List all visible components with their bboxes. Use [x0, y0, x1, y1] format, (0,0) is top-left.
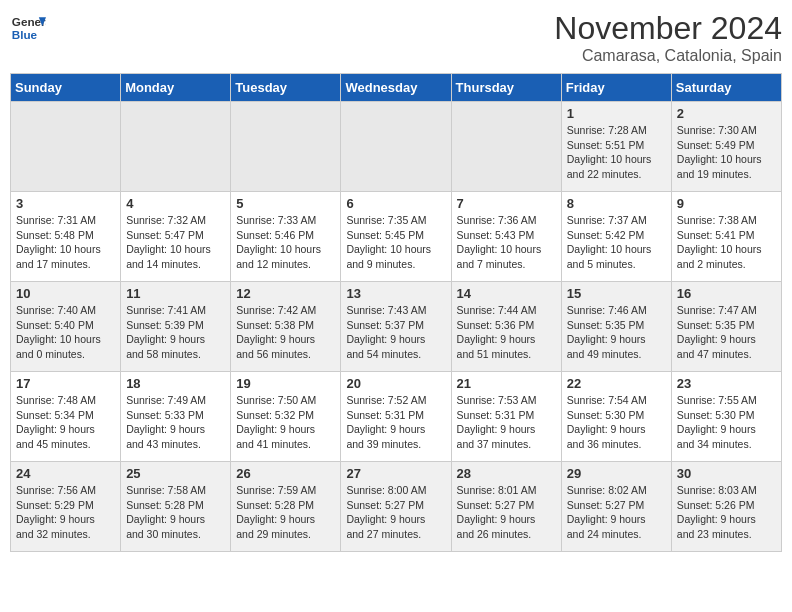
calendar-day-cell: 2Sunrise: 7:30 AM Sunset: 5:49 PM Daylig…	[671, 102, 781, 192]
calendar-week-row: 1Sunrise: 7:28 AM Sunset: 5:51 PM Daylig…	[11, 102, 782, 192]
day-number: 10	[16, 286, 115, 301]
day-number: 14	[457, 286, 556, 301]
weekday-header: Wednesday	[341, 74, 451, 102]
day-number: 25	[126, 466, 225, 481]
day-info: Sunrise: 7:43 AM Sunset: 5:37 PM Dayligh…	[346, 303, 445, 362]
day-info: Sunrise: 7:48 AM Sunset: 5:34 PM Dayligh…	[16, 393, 115, 452]
day-info: Sunrise: 8:00 AM Sunset: 5:27 PM Dayligh…	[346, 483, 445, 542]
day-number: 18	[126, 376, 225, 391]
day-number: 26	[236, 466, 335, 481]
day-info: Sunrise: 7:55 AM Sunset: 5:30 PM Dayligh…	[677, 393, 776, 452]
day-info: Sunrise: 7:50 AM Sunset: 5:32 PM Dayligh…	[236, 393, 335, 452]
svg-text:Blue: Blue	[12, 28, 38, 41]
calendar-day-cell	[341, 102, 451, 192]
day-info: Sunrise: 7:42 AM Sunset: 5:38 PM Dayligh…	[236, 303, 335, 362]
day-number: 20	[346, 376, 445, 391]
title-area: November 2024 Camarasa, Catalonia, Spain	[554, 10, 782, 65]
weekday-header: Thursday	[451, 74, 561, 102]
calendar-day-cell	[451, 102, 561, 192]
calendar-day-cell: 7Sunrise: 7:36 AM Sunset: 5:43 PM Daylig…	[451, 192, 561, 282]
day-number: 23	[677, 376, 776, 391]
day-info: Sunrise: 7:46 AM Sunset: 5:35 PM Dayligh…	[567, 303, 666, 362]
calendar-day-cell	[11, 102, 121, 192]
calendar-day-cell: 19Sunrise: 7:50 AM Sunset: 5:32 PM Dayli…	[231, 372, 341, 462]
calendar-day-cell	[231, 102, 341, 192]
day-number: 2	[677, 106, 776, 121]
day-info: Sunrise: 7:38 AM Sunset: 5:41 PM Dayligh…	[677, 213, 776, 272]
calendar-day-cell: 27Sunrise: 8:00 AM Sunset: 5:27 PM Dayli…	[341, 462, 451, 552]
day-info: Sunrise: 7:53 AM Sunset: 5:31 PM Dayligh…	[457, 393, 556, 452]
weekday-header-row: SundayMondayTuesdayWednesdayThursdayFrid…	[11, 74, 782, 102]
calendar-table: SundayMondayTuesdayWednesdayThursdayFrid…	[10, 73, 782, 552]
day-info: Sunrise: 7:58 AM Sunset: 5:28 PM Dayligh…	[126, 483, 225, 542]
day-number: 7	[457, 196, 556, 211]
calendar-day-cell: 21Sunrise: 7:53 AM Sunset: 5:31 PM Dayli…	[451, 372, 561, 462]
day-info: Sunrise: 7:28 AM Sunset: 5:51 PM Dayligh…	[567, 123, 666, 182]
day-info: Sunrise: 7:49 AM Sunset: 5:33 PM Dayligh…	[126, 393, 225, 452]
day-info: Sunrise: 7:47 AM Sunset: 5:35 PM Dayligh…	[677, 303, 776, 362]
calendar-day-cell: 18Sunrise: 7:49 AM Sunset: 5:33 PM Dayli…	[121, 372, 231, 462]
day-info: Sunrise: 7:41 AM Sunset: 5:39 PM Dayligh…	[126, 303, 225, 362]
calendar-day-cell: 13Sunrise: 7:43 AM Sunset: 5:37 PM Dayli…	[341, 282, 451, 372]
calendar-day-cell: 10Sunrise: 7:40 AM Sunset: 5:40 PM Dayli…	[11, 282, 121, 372]
calendar-day-cell: 23Sunrise: 7:55 AM Sunset: 5:30 PM Dayli…	[671, 372, 781, 462]
day-number: 22	[567, 376, 666, 391]
day-number: 19	[236, 376, 335, 391]
day-number: 12	[236, 286, 335, 301]
calendar-day-cell: 22Sunrise: 7:54 AM Sunset: 5:30 PM Dayli…	[561, 372, 671, 462]
day-number: 11	[126, 286, 225, 301]
day-info: Sunrise: 7:54 AM Sunset: 5:30 PM Dayligh…	[567, 393, 666, 452]
calendar-day-cell: 4Sunrise: 7:32 AM Sunset: 5:47 PM Daylig…	[121, 192, 231, 282]
calendar-day-cell: 8Sunrise: 7:37 AM Sunset: 5:42 PM Daylig…	[561, 192, 671, 282]
day-number: 1	[567, 106, 666, 121]
month-title: November 2024	[554, 10, 782, 47]
day-info: Sunrise: 7:40 AM Sunset: 5:40 PM Dayligh…	[16, 303, 115, 362]
day-number: 17	[16, 376, 115, 391]
calendar-week-row: 3Sunrise: 7:31 AM Sunset: 5:48 PM Daylig…	[11, 192, 782, 282]
day-info: Sunrise: 7:31 AM Sunset: 5:48 PM Dayligh…	[16, 213, 115, 272]
day-info: Sunrise: 8:03 AM Sunset: 5:26 PM Dayligh…	[677, 483, 776, 542]
day-number: 6	[346, 196, 445, 211]
calendar-day-cell: 26Sunrise: 7:59 AM Sunset: 5:28 PM Dayli…	[231, 462, 341, 552]
day-info: Sunrise: 7:56 AM Sunset: 5:29 PM Dayligh…	[16, 483, 115, 542]
calendar-day-cell: 25Sunrise: 7:58 AM Sunset: 5:28 PM Dayli…	[121, 462, 231, 552]
calendar-day-cell: 29Sunrise: 8:02 AM Sunset: 5:27 PM Dayli…	[561, 462, 671, 552]
day-info: Sunrise: 7:35 AM Sunset: 5:45 PM Dayligh…	[346, 213, 445, 272]
calendar-day-cell: 17Sunrise: 7:48 AM Sunset: 5:34 PM Dayli…	[11, 372, 121, 462]
day-info: Sunrise: 7:32 AM Sunset: 5:47 PM Dayligh…	[126, 213, 225, 272]
calendar-day-cell: 20Sunrise: 7:52 AM Sunset: 5:31 PM Dayli…	[341, 372, 451, 462]
calendar-day-cell: 28Sunrise: 8:01 AM Sunset: 5:27 PM Dayli…	[451, 462, 561, 552]
calendar-day-cell	[121, 102, 231, 192]
weekday-header: Tuesday	[231, 74, 341, 102]
day-number: 21	[457, 376, 556, 391]
calendar-day-cell: 9Sunrise: 7:38 AM Sunset: 5:41 PM Daylig…	[671, 192, 781, 282]
calendar-day-cell: 15Sunrise: 7:46 AM Sunset: 5:35 PM Dayli…	[561, 282, 671, 372]
calendar-day-cell: 3Sunrise: 7:31 AM Sunset: 5:48 PM Daylig…	[11, 192, 121, 282]
day-number: 9	[677, 196, 776, 211]
calendar-day-cell: 24Sunrise: 7:56 AM Sunset: 5:29 PM Dayli…	[11, 462, 121, 552]
day-number: 16	[677, 286, 776, 301]
day-info: Sunrise: 7:36 AM Sunset: 5:43 PM Dayligh…	[457, 213, 556, 272]
day-info: Sunrise: 8:02 AM Sunset: 5:27 PM Dayligh…	[567, 483, 666, 542]
calendar-week-row: 24Sunrise: 7:56 AM Sunset: 5:29 PM Dayli…	[11, 462, 782, 552]
calendar-day-cell: 12Sunrise: 7:42 AM Sunset: 5:38 PM Dayli…	[231, 282, 341, 372]
weekday-header: Friday	[561, 74, 671, 102]
calendar-week-row: 17Sunrise: 7:48 AM Sunset: 5:34 PM Dayli…	[11, 372, 782, 462]
day-number: 15	[567, 286, 666, 301]
calendar-day-cell: 14Sunrise: 7:44 AM Sunset: 5:36 PM Dayli…	[451, 282, 561, 372]
day-number: 29	[567, 466, 666, 481]
day-info: Sunrise: 7:37 AM Sunset: 5:42 PM Dayligh…	[567, 213, 666, 272]
day-number: 8	[567, 196, 666, 211]
day-number: 24	[16, 466, 115, 481]
calendar-day-cell: 16Sunrise: 7:47 AM Sunset: 5:35 PM Dayli…	[671, 282, 781, 372]
calendar-day-cell: 6Sunrise: 7:35 AM Sunset: 5:45 PM Daylig…	[341, 192, 451, 282]
day-number: 27	[346, 466, 445, 481]
weekday-header: Monday	[121, 74, 231, 102]
day-number: 5	[236, 196, 335, 211]
day-info: Sunrise: 7:30 AM Sunset: 5:49 PM Dayligh…	[677, 123, 776, 182]
day-number: 28	[457, 466, 556, 481]
day-info: Sunrise: 7:59 AM Sunset: 5:28 PM Dayligh…	[236, 483, 335, 542]
calendar-day-cell: 30Sunrise: 8:03 AM Sunset: 5:26 PM Dayli…	[671, 462, 781, 552]
day-number: 30	[677, 466, 776, 481]
day-info: Sunrise: 7:52 AM Sunset: 5:31 PM Dayligh…	[346, 393, 445, 452]
